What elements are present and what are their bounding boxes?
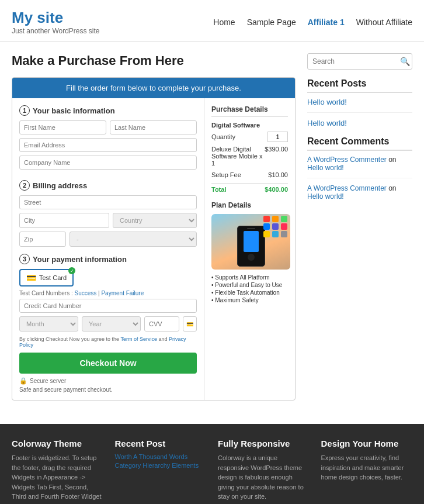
comment-post-2[interactable]: Hello world! (307, 192, 344, 201)
order-form-right: Purchase Details Digital Software Quanti… (204, 98, 295, 400)
cvv-icon: 💳 (183, 316, 197, 332)
content-area: Make a Purchase From Here Fill the order… (12, 53, 296, 401)
checkout-button[interactable]: Checkout Now (19, 353, 197, 374)
last-name-input[interactable] (110, 120, 197, 134)
test-card-button[interactable]: 💳 Test Card ✓ (19, 269, 74, 286)
nav-home[interactable]: Home (213, 18, 235, 27)
nav-affiliate1[interactable]: Affiliate 1 (308, 18, 345, 27)
comment-on-2: on (388, 184, 396, 192)
failure-link[interactable]: Payment Failure (101, 290, 144, 296)
footer-col-2: Recent Post Worth A Thousand Words Categ… (115, 439, 207, 502)
feature-1: Supports All Platform (211, 274, 288, 281)
zip-row: - (19, 232, 197, 247)
secure-row: 🔒 Secure server (19, 377, 197, 385)
phone-illustration (211, 214, 290, 270)
nav-sample-page[interactable]: Sample Page (247, 18, 296, 27)
footer-grid: Colorway Theme Footer is widgetized. To … (12, 439, 412, 502)
street-input[interactable] (19, 195, 197, 209)
comment-2: A WordPress Commenter on Hello world! (307, 184, 412, 201)
product-name: Digital Software (211, 122, 288, 129)
payment-section: 3 Your payment information 💳 Test Card ✓… (19, 254, 197, 393)
footer-col2-link1[interactable]: Worth A Thousand Words (115, 453, 207, 460)
nav-without-affiliate[interactable]: Without Affiliate (356, 18, 412, 27)
lock-icon: 🔒 (19, 377, 27, 385)
month-select[interactable]: Month (19, 316, 78, 332)
test-card-prefix: Test Card Numbers : (19, 290, 74, 296)
secure-server-text: Secure server (30, 378, 66, 384)
recent-posts-section: Recent Posts Hello world! Hello world! (307, 78, 412, 127)
city-country-row: Country (19, 213, 197, 228)
footer-col2-title: Recent Post (115, 439, 207, 448)
comment-author-1[interactable]: A WordPress Commenter (307, 156, 387, 164)
name-row (19, 120, 197, 134)
quantity-input[interactable] (267, 132, 288, 142)
comment-divider-1 (307, 178, 412, 178)
comment-post-1[interactable]: Hello world! (307, 164, 344, 172)
recent-posts-title: Recent Posts (307, 78, 412, 93)
step2-label: Billing address (33, 181, 87, 190)
step1-title: 1 Your basic information (19, 105, 197, 116)
footer-col4-title: Design Your Home (321, 439, 413, 448)
comment-on-1: on (388, 156, 396, 164)
search-icon[interactable]: 🔍 (400, 57, 410, 66)
step3-title: 3 Your payment information (19, 254, 197, 264)
recent-post-2[interactable]: Hello world! (307, 119, 412, 127)
cvv-input[interactable] (144, 316, 179, 332)
total-price: $400.00 (265, 186, 288, 193)
step3-label: Your payment information (33, 255, 127, 264)
cc-number-input[interactable] (19, 299, 197, 313)
secure-payment-text: Safe and secure payment checkout. (19, 386, 197, 393)
exp-cvv-row: Month Year 💳 (19, 316, 197, 332)
step3-circle: 3 (19, 254, 30, 264)
company-input[interactable] (19, 156, 197, 170)
footer-col-1: Colorway Theme Footer is widgetized. To … (12, 439, 103, 502)
order-form-left: 1 Your basic information 2 Billing addre… (12, 98, 204, 400)
comment-author-2[interactable]: A WordPress Commenter (307, 184, 387, 192)
purchase-details-title: Purchase Details (211, 105, 288, 117)
plan-title: Plan Details (211, 201, 288, 209)
order-box-header: Fill the order form below to complete yo… (12, 78, 295, 98)
first-name-input[interactable] (19, 120, 106, 134)
step1-circle: 1 (19, 105, 30, 116)
footer-col1-title: Colorway Theme (12, 439, 103, 448)
footer-col3-title: Fully Responsive (218, 439, 310, 448)
site-footer: Colorway Theme Footer is widgetized. To … (0, 424, 424, 504)
step2-circle: 2 (19, 180, 30, 191)
post-divider-1 (307, 112, 412, 113)
order-form-body: 1 Your basic information 2 Billing addre… (12, 98, 295, 400)
year-select[interactable]: Year (82, 316, 141, 332)
footer-col-4: Design Your Home Express your creativity… (321, 439, 413, 502)
terms-link[interactable]: Term of Service (120, 336, 157, 342)
sidebar: 🔍 Recent Posts Hello world! Hello world!… (307, 53, 412, 401)
test-card-label: Test Card (39, 274, 67, 281)
success-link[interactable]: Success (74, 290, 96, 296)
main-container: Make a Purchase From Here Fill the order… (0, 42, 424, 412)
page-title: Make a Purchase From Here (12, 53, 296, 68)
setup-fee-price: $10.00 (268, 171, 288, 178)
recent-comments-section: Recent Comments A WordPress Commenter on… (307, 136, 412, 201)
check-badge: ✓ (68, 267, 75, 274)
setup-fee-item: Setup Fee $10.00 (211, 171, 288, 181)
zip-input[interactable] (19, 232, 66, 247)
footer-col4-text: Express your creativity, find inspiratio… (321, 453, 413, 482)
comment-1: A WordPress Commenter on Hello world! (307, 156, 412, 172)
footer-col-3: Fully Responsive Colorway is a unique re… (218, 439, 310, 502)
site-tagline: Just another WordPress site (12, 27, 100, 35)
feature-3: Flexible Task Automation (211, 289, 288, 296)
search-input[interactable] (312, 57, 400, 65)
footer-col2-link2[interactable]: Category Hierarchy Elements (115, 462, 207, 469)
recent-post-1[interactable]: Hello world! (307, 98, 412, 106)
feature-2: Powerful and Easy to Use (211, 282, 288, 288)
product-line-label: Deluxe Digital Software Mobile x 1 (211, 146, 265, 167)
city-input[interactable] (19, 213, 109, 228)
email-input[interactable] (19, 138, 197, 152)
footer-col1-text: Footer is widgetized. To setup the foote… (12, 453, 103, 502)
country-select[interactable]: Country (113, 213, 197, 228)
search-box: 🔍 (307, 53, 412, 70)
quantity-row: Quantity (211, 132, 288, 142)
dash-select[interactable]: - (69, 232, 197, 247)
step1-label: Your basic information (33, 106, 115, 115)
site-title: My site (12, 9, 100, 27)
terms-and: and (158, 336, 169, 342)
setup-fee-label: Setup Fee (211, 171, 241, 178)
